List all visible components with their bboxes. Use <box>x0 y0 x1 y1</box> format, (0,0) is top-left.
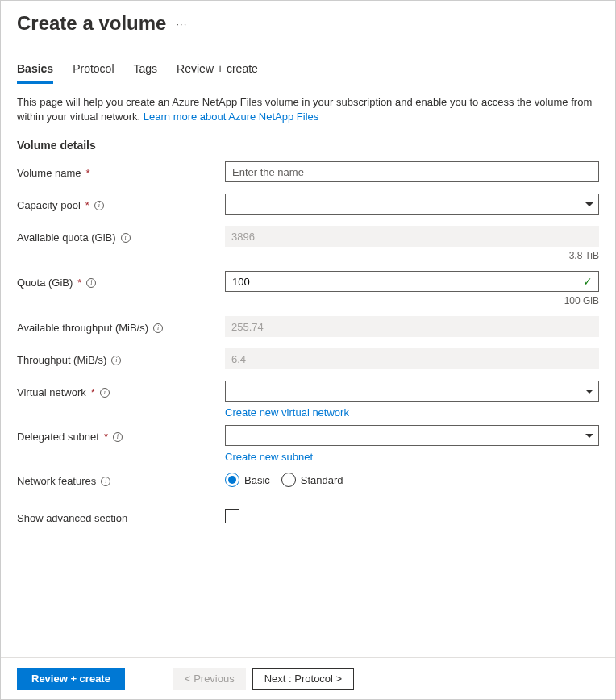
description-text: This page will help you create an Azure … <box>17 95 599 124</box>
row-volume-name: Volume name* <box>17 161 599 187</box>
info-icon[interactable]: i <box>100 388 110 398</box>
content-area: Create a volume ··· Basics Protocol Tags… <box>1 1 615 657</box>
row-available-quota: Available quota (GiB) i 3896 3.8 TiB <box>17 226 599 269</box>
radio-standard[interactable]: Standard <box>281 473 343 487</box>
label-available-quota: Available quota (GiB) <box>17 231 116 244</box>
label-available-throughput: Available throughput (MiB/s) <box>17 322 148 334</box>
row-show-advanced: Show advanced section <box>17 506 599 532</box>
row-available-throughput: Available throughput (MiB/s) i 255.74 <box>17 316 599 342</box>
tab-tags[interactable]: Tags <box>134 59 158 84</box>
info-icon[interactable]: i <box>86 278 96 288</box>
header: Create a volume ··· <box>17 12 599 35</box>
label-volume-name: Volume name <box>17 167 81 179</box>
radio-standard-label: Standard <box>301 474 343 486</box>
row-quota: Quota (GiB)* i ✓ 100 GiB <box>17 271 599 315</box>
required-icon: * <box>86 167 90 179</box>
page-title: Create a volume <box>17 12 166 35</box>
volume-name-input[interactable] <box>225 161 599 182</box>
previous-button: < Previous <box>173 668 246 690</box>
quota-hint: 100 GiB <box>225 295 599 306</box>
label-quota: Quota (GiB) <box>17 277 73 289</box>
info-icon[interactable]: i <box>113 432 123 442</box>
info-icon[interactable]: i <box>111 356 121 365</box>
more-actions-icon[interactable]: ··· <box>176 18 187 30</box>
info-icon[interactable]: i <box>121 233 131 243</box>
radio-basic[interactable]: Basic <box>225 473 270 487</box>
radio-icon <box>281 473 296 487</box>
chevron-down-icon <box>585 434 593 438</box>
required-icon: * <box>77 277 81 289</box>
show-advanced-checkbox[interactable] <box>225 509 239 523</box>
capacity-pool-select[interactable] <box>225 194 599 215</box>
review-create-button[interactable]: Review + create <box>17 668 125 690</box>
available-quota-hint: 3.8 TiB <box>225 250 599 261</box>
virtual-network-select[interactable] <box>225 381 599 402</box>
create-volume-panel: Create a volume ··· Basics Protocol Tags… <box>0 0 616 700</box>
tab-protocol[interactable]: Protocol <box>73 59 114 84</box>
chevron-down-icon <box>585 202 593 206</box>
quota-input[interactable] <box>225 271 599 292</box>
label-throughput: Throughput (MiB/s) <box>17 354 106 366</box>
checkmark-icon: ✓ <box>583 275 593 288</box>
throughput-value: 6.4 <box>225 348 599 369</box>
tab-review-create[interactable]: Review + create <box>177 59 258 84</box>
section-title: Volume details <box>17 139 599 152</box>
tab-bar: Basics Protocol Tags Review + create <box>17 59 599 84</box>
required-icon: * <box>85 199 89 211</box>
tab-basics[interactable]: Basics <box>17 59 53 84</box>
create-subnet-link[interactable]: Create new subnet <box>225 451 313 463</box>
nav-button-group: < Previous Next : Protocol > <box>173 668 354 690</box>
label-network-features: Network features <box>17 475 96 487</box>
row-virtual-network: Virtual network* i Create new virtual ne… <box>17 381 599 419</box>
label-capacity-pool: Capacity pool <box>17 199 81 211</box>
footer: Review + create < Previous Next : Protoc… <box>1 657 615 699</box>
label-show-advanced: Show advanced section <box>17 512 127 524</box>
chevron-down-icon <box>585 390 593 394</box>
row-delegated-subnet: Delegated subnet* i Create new subnet <box>17 425 599 463</box>
learn-more-link[interactable]: Learn more about Azure NetApp Files <box>144 110 319 123</box>
label-delegated-subnet: Delegated subnet <box>17 431 99 443</box>
label-virtual-network: Virtual network <box>17 386 86 398</box>
row-network-features: Network features i Basic Standard <box>17 469 599 495</box>
radio-basic-label: Basic <box>244 474 270 486</box>
required-icon: * <box>104 431 108 443</box>
radio-icon <box>225 473 239 487</box>
info-icon[interactable]: i <box>101 477 110 486</box>
row-throughput: Throughput (MiB/s) i 6.4 <box>17 348 599 374</box>
row-capacity-pool: Capacity pool* i <box>17 194 599 219</box>
info-icon[interactable]: i <box>94 201 104 210</box>
required-icon: * <box>91 386 95 398</box>
delegated-subnet-select[interactable] <box>225 425 599 446</box>
next-button[interactable]: Next : Protocol > <box>252 668 354 690</box>
info-icon[interactable]: i <box>153 323 163 333</box>
available-throughput-value: 255.74 <box>225 316 599 337</box>
create-vnet-link[interactable]: Create new virtual network <box>225 406 349 419</box>
available-quota-value: 3896 <box>225 226 599 247</box>
